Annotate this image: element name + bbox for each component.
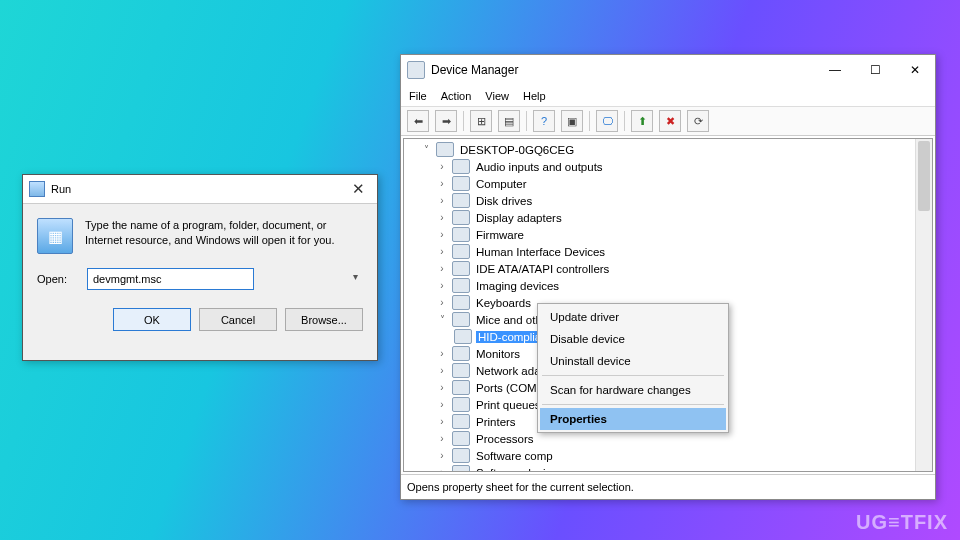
device-manager-window: Device Manager — ☐ ✕ File Action View He… — [400, 54, 936, 500]
update-toolbar-icon[interactable]: ⟳ — [687, 110, 709, 132]
tree-category[interactable]: ›Audio inputs and outputs — [406, 158, 930, 175]
device-category-icon — [452, 346, 470, 361]
expand-icon[interactable]: › — [436, 263, 448, 274]
cancel-button[interactable]: Cancel — [199, 308, 277, 331]
tree-category[interactable]: ›Display adapters — [406, 209, 930, 226]
run-body: ▦ Type the name of a program, folder, do… — [23, 204, 377, 262]
device-category-icon — [452, 380, 470, 395]
tree-category[interactable]: ›Disk drives — [406, 192, 930, 209]
device-category-icon — [452, 414, 470, 429]
show-hidden-icon[interactable]: ⊞ — [470, 110, 492, 132]
collapse-icon[interactable]: ˅ — [420, 144, 432, 155]
uninstall-toolbar-icon[interactable]: ✖ — [659, 110, 681, 132]
expand-icon[interactable]: › — [436, 433, 448, 444]
watermark: UG≡TFIX — [856, 511, 948, 534]
close-icon[interactable]: ✕ — [346, 180, 371, 198]
expand-icon[interactable]: › — [436, 178, 448, 189]
expand-icon[interactable]: › — [436, 229, 448, 240]
expand-icon[interactable]: › — [436, 161, 448, 172]
expand-icon[interactable]: › — [436, 280, 448, 291]
toolbar-sep — [624, 111, 625, 131]
maximize-icon[interactable]: ☐ — [855, 56, 895, 84]
expand-icon[interactable]: › — [436, 246, 448, 257]
dm-toolbar: ⬅ ➡ ⊞ ▤ ? ▣ 🖵 ⬆ ✖ ⟳ — [401, 107, 935, 136]
device-category-icon — [452, 193, 470, 208]
expand-icon[interactable]: › — [436, 450, 448, 461]
menu-view[interactable]: View — [485, 90, 509, 102]
expand-icon[interactable]: › — [436, 416, 448, 427]
add-hardware-icon[interactable]: ⬆ — [631, 110, 653, 132]
run-titlebar[interactable]: Run ✕ — [23, 175, 377, 204]
dm-titlebar[interactable]: Device Manager — ☐ ✕ — [401, 55, 935, 85]
tree-category[interactable]: ›Software devices — [406, 464, 930, 472]
ctx-sep — [542, 375, 724, 376]
ctx-update-driver[interactable]: Update driver — [540, 306, 726, 328]
menu-file[interactable]: File — [409, 90, 427, 102]
device-category-icon — [452, 448, 470, 463]
tree-scrollbar[interactable] — [915, 139, 932, 471]
tree-category[interactable]: ›Imaging devices — [406, 277, 930, 294]
device-category-icon — [452, 363, 470, 378]
open-combobox[interactable] — [87, 268, 363, 290]
ctx-uninstall-device[interactable]: Uninstall device — [540, 350, 726, 372]
help-toolbar-icon[interactable]: ? — [533, 110, 555, 132]
browse-button[interactable]: Browse... — [285, 308, 363, 331]
expand-icon[interactable]: › — [436, 348, 448, 359]
context-menu: Update driver Disable device Uninstall d… — [537, 303, 729, 433]
computer-root-icon — [436, 142, 454, 157]
toolbar-sep — [463, 111, 464, 131]
ctx-sep — [542, 404, 724, 405]
expand-icon[interactable]: › — [436, 297, 448, 308]
menu-help[interactable]: Help — [523, 90, 546, 102]
run-buttons: OK Cancel Browse... — [23, 302, 377, 343]
tree-category[interactable]: ›Firmware — [406, 226, 930, 243]
toolbar-sep — [589, 111, 590, 131]
monitor-toolbar-icon[interactable]: 🖵 — [596, 110, 618, 132]
tree-category[interactable]: ›Computer — [406, 175, 930, 192]
run-description: Type the name of a program, folder, docu… — [85, 218, 363, 254]
forward-icon[interactable]: ➡ — [435, 110, 457, 132]
run-dialog: Run ✕ ▦ Type the name of a program, fold… — [22, 174, 378, 361]
device-category-icon — [452, 278, 470, 293]
expand-icon[interactable]: › — [436, 399, 448, 410]
properties-toolbar-icon[interactable]: ▤ — [498, 110, 520, 132]
mouse-icon — [454, 329, 472, 344]
dm-menubar: File Action View Help — [401, 85, 935, 107]
ctx-scan-hardware[interactable]: Scan for hardware changes — [540, 379, 726, 401]
menu-action[interactable]: Action — [441, 90, 472, 102]
scrollbar-thumb[interactable] — [918, 141, 930, 211]
expand-icon[interactable]: › — [436, 382, 448, 393]
tree-category[interactable]: ›Software comp — [406, 447, 930, 464]
expand-icon[interactable]: › — [436, 365, 448, 376]
expand-icon[interactable]: › — [436, 195, 448, 206]
run-program-icon: ▦ — [37, 218, 73, 254]
open-label: Open: — [37, 273, 77, 285]
minimize-icon[interactable]: — — [815, 56, 855, 84]
device-category-icon — [452, 227, 470, 242]
device-category-icon — [452, 397, 470, 412]
device-category-icon — [452, 465, 470, 472]
run-title-text: Run — [51, 183, 346, 195]
tree-root[interactable]: ˅DESKTOP-0GQ6CEG — [406, 141, 930, 158]
open-input[interactable] — [87, 268, 254, 290]
ok-button[interactable]: OK — [113, 308, 191, 331]
back-icon[interactable]: ⬅ — [407, 110, 429, 132]
dm-title-text: Device Manager — [431, 63, 815, 77]
device-category-icon — [452, 176, 470, 191]
mouse-category-icon — [452, 312, 470, 327]
status-bar: Opens property sheet for the current sel… — [401, 474, 935, 499]
ctx-disable-device[interactable]: Disable device — [540, 328, 726, 350]
run-icon-small — [29, 181, 45, 197]
expand-icon[interactable]: › — [436, 467, 448, 472]
device-category-icon — [452, 295, 470, 310]
run-open-row: Open: — [23, 262, 377, 302]
ctx-properties[interactable]: Properties — [540, 408, 726, 430]
tree-category[interactable]: ›IDE ATA/ATAPI controllers — [406, 260, 930, 277]
scan-toolbar-icon[interactable]: ▣ — [561, 110, 583, 132]
expand-icon[interactable]: › — [436, 212, 448, 223]
close-icon[interactable]: ✕ — [895, 56, 935, 84]
device-category-icon — [452, 244, 470, 259]
collapse-icon[interactable]: ˅ — [436, 314, 448, 325]
device-manager-icon — [407, 61, 425, 79]
tree-category[interactable]: ›Human Interface Devices — [406, 243, 930, 260]
